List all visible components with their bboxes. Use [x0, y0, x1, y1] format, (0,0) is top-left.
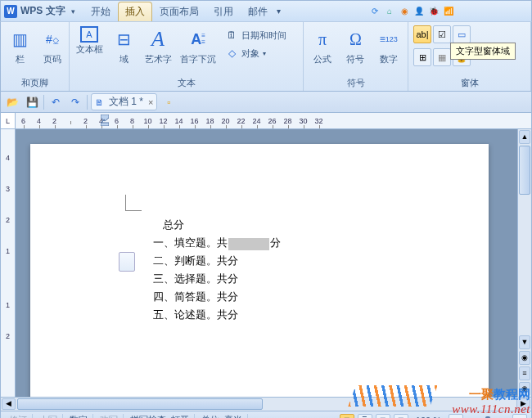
vertical-ruler[interactable]: 432112 [1, 129, 16, 397]
indent-marker[interactable] [101, 115, 109, 126]
ruler-tick: 2 [47, 117, 62, 125]
tab-layout[interactable]: 页面布局 [152, 2, 206, 21]
ruler-tick: 28 [280, 117, 295, 125]
wordart-button[interactable]: A 艺术字 [142, 24, 174, 66]
status-unit[interactable]: 单位: 毫米 [196, 414, 248, 418]
number-button[interactable]: ≡123 数字 [373, 24, 404, 66]
prev-page-button[interactable]: ◉ [519, 351, 530, 365]
ruler-tick: 14 [171, 117, 187, 125]
equation-label: 公式 [313, 54, 331, 64]
checkbox-icon: ☑ [438, 29, 446, 40]
object-button[interactable]: ◇ 对象 ▾ [222, 45, 290, 61]
folder-open-icon: 📂 [7, 97, 19, 108]
watermark-stripes [348, 385, 437, 407]
status-track-changes[interactable]: 修订 [4, 414, 33, 418]
ruler-tick: 26 [264, 117, 280, 125]
shading-icon: ▦ [438, 52, 446, 63]
ruler-tick: 2 [6, 332, 10, 340]
open-button[interactable]: 📂 [4, 94, 20, 110]
status-caps[interactable]: 大写 [34, 414, 63, 418]
ruler-tick: 2 [78, 117, 93, 125]
options-icon: ⊞ [419, 52, 426, 63]
tab-start[interactable]: 开始 [83, 2, 118, 21]
textbox-label: 文本框 [76, 44, 103, 54]
scroll-down-button[interactable]: ▼ [519, 335, 530, 349]
ruler-tick: 22 [233, 117, 249, 125]
app-menu-dropdown[interactable]: ▾ [69, 7, 79, 16]
save-button[interactable]: 💾 [24, 94, 40, 110]
checkbox-form-field-button[interactable]: ☑ [433, 25, 451, 43]
document-viewport[interactable]: 总分 一、填空题。共分二、判断题。共分三、选择题。共分四、简答题。共分五、论述题… [16, 129, 517, 397]
scroll-thumb-h[interactable] [17, 398, 263, 410]
user-icon[interactable]: 👤 [413, 6, 425, 17]
separator [43, 95, 44, 110]
pi-icon: π [309, 26, 336, 52]
page-thumbnail-icon [119, 252, 135, 272]
datetime-button[interactable]: 🗓 日期和时间 [222, 27, 290, 43]
form-options-button[interactable]: ⊞ [413, 48, 431, 66]
doc-title: 总分 [153, 216, 489, 234]
horizontal-ruler[interactable]: L 6422468101214161820222426283032 [0, 113, 532, 129]
signal-icon[interactable]: 📶 [443, 6, 454, 17]
group-label-symbol: 符号 [307, 75, 404, 91]
ruler-tick: 2 [6, 216, 10, 224]
field-icon: ⊟ [110, 26, 137, 52]
view-outline[interactable]: ≣ [358, 414, 372, 419]
page[interactable]: 总分 一、填空题。共分二、判断题。共分三、选择题。共分四、简答题。共分五、论述题… [30, 144, 489, 397]
status-overwrite[interactable]: 改写 [95, 414, 124, 418]
ruler-tick: 16 [187, 117, 202, 125]
form-shading-button[interactable]: ▦ [433, 48, 451, 66]
browse-object-button[interactable]: ≡ [519, 366, 530, 380]
status-spellcheck[interactable]: 拼写检查: 打开 [125, 414, 195, 418]
ruler-tick: 20 [218, 117, 233, 125]
ruler-tick: 10 [140, 117, 156, 125]
zoom-level[interactable]: 100 % [411, 416, 446, 419]
document-icon: 🗎 [95, 97, 104, 107]
bug-icon[interactable]: 🐞 [428, 6, 440, 17]
view-print-layout[interactable]: ▤ [340, 414, 354, 419]
dropcap-label: 首字下沉 [180, 54, 216, 64]
close-tab-button[interactable]: × [148, 97, 153, 107]
dropdown-form-field-button[interactable]: ▭ [453, 25, 471, 43]
redo-button[interactable]: ↷ [67, 94, 83, 110]
view-draft[interactable]: ▦ [394, 414, 408, 419]
dropcap-button[interactable]: A≡≡ 首字下沉 [176, 24, 220, 66]
field-button[interactable]: ⊟ 域 [107, 24, 140, 66]
scroll-up-button[interactable]: ▲ [519, 130, 530, 144]
text-form-field-button[interactable]: ab| [413, 25, 431, 43]
vertical-scrollbar[interactable]: ▲ ▼ ◉ ≡ ◉ [517, 129, 531, 397]
equation-button[interactable]: π 公式 [307, 24, 338, 66]
tab-mail[interactable]: 邮件 [241, 2, 275, 21]
new-tab-button[interactable]: ▫ [160, 94, 177, 110]
tab-reference[interactable]: 引用 [206, 2, 241, 21]
status-num[interactable]: 数字 [65, 414, 93, 418]
refresh-icon[interactable]: ⟳ [369, 6, 381, 17]
svg-marker-0 [101, 115, 109, 121]
watermark-url: www.111cn.net [452, 402, 530, 416]
object-label: 对象 [241, 47, 259, 60]
ruler-tick: 4 [6, 154, 10, 162]
page-number-button[interactable]: #⎐ 页码 [37, 24, 68, 66]
textbox-button[interactable]: A 文本框 [73, 24, 106, 56]
view-web[interactable]: ◫ [376, 414, 390, 419]
menu-overflow-icon[interactable]: ▾ [277, 7, 281, 16]
home-icon[interactable]: ⌂ [384, 6, 395, 17]
form-field[interactable] [228, 238, 269, 250]
document-tab[interactable]: 🗎 文档 1 * × [91, 93, 157, 110]
globe-icon[interactable]: ◉ [399, 6, 410, 17]
symbol-button[interactable]: Ω 符号 [340, 24, 371, 66]
datetime-label: 日期和时间 [241, 29, 286, 42]
undo-button[interactable]: ↶ [47, 94, 64, 110]
watermark-brand-2: 教程网 [494, 387, 530, 401]
scroll-left-button[interactable]: ◀ [2, 398, 16, 410]
save-icon: 💾 [26, 97, 38, 108]
dropcap-icon: A≡≡ [185, 26, 211, 52]
ruler-tick: 12 [156, 117, 171, 125]
ruler-tick: 1 [6, 301, 10, 309]
scroll-thumb-v[interactable] [519, 146, 530, 195]
omega-icon: Ω [342, 26, 368, 52]
watermark-brand-1: 一聚 [469, 387, 494, 401]
tab-insert[interactable]: 插入 [118, 2, 152, 21]
column-break-button[interactable]: ▥ 栏 [4, 24, 35, 66]
ribbon-group-symbol: π 公式 Ω 符号 ≡123 数字 符号 [304, 22, 408, 91]
